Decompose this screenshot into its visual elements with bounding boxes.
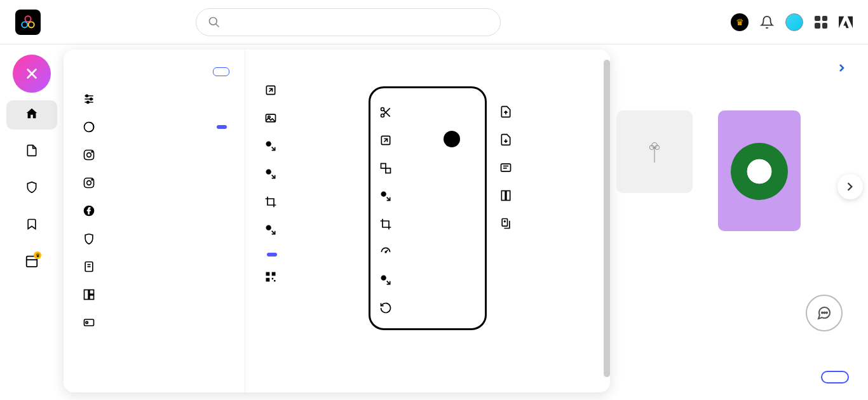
search-icon: [208, 16, 220, 29]
convert-icon: [263, 166, 278, 182]
view-all-button[interactable]: [213, 67, 229, 76]
edit-icon: [498, 160, 513, 175]
qa-convert-gif[interactable]: [376, 182, 480, 210]
shield-icon: [81, 231, 97, 246]
svg-point-12: [86, 95, 88, 97]
svg-point-65: [822, 312, 823, 314]
svg-point-52: [381, 276, 386, 281]
page-icon: [81, 259, 97, 274]
svg-point-17: [87, 153, 92, 157]
svg-rect-56: [501, 191, 505, 201]
adobe-icon[interactable]: [839, 16, 853, 29]
qa-edit-text-images[interactable]: [496, 154, 595, 182]
qa-convert-from-pdf[interactable]: [496, 126, 595, 154]
qa-convert-png[interactable]: [261, 160, 369, 188]
svg-point-2: [29, 22, 34, 27]
flower-icon: [645, 141, 664, 163]
qa-resize-image[interactable]: [261, 76, 369, 104]
app-logo[interactable]: [15, 10, 41, 35]
item-collage[interactable]: [79, 281, 229, 309]
item-from-templates[interactable]: [79, 113, 229, 141]
qa-crop-video[interactable]: [376, 210, 480, 238]
apps-grid-icon[interactable]: [815, 16, 827, 29]
view-all-link[interactable]: [616, 63, 845, 72]
logo-thumbnail: [616, 110, 693, 193]
chevron-right-icon: [839, 63, 845, 72]
combine-icon: [498, 216, 513, 231]
close-icon: [25, 67, 39, 81]
reverse-icon: [378, 300, 393, 316]
item-facebook-post[interactable]: [79, 197, 229, 225]
card-flyer[interactable]: [718, 110, 801, 240]
qa-convert-svg[interactable]: [261, 216, 369, 244]
qa-convert-mp4[interactable]: [376, 266, 480, 294]
qa-organize-pages[interactable]: [496, 182, 595, 210]
svg-point-18: [92, 151, 93, 152]
facebook-icon: [81, 203, 97, 218]
item-instagram-story[interactable]: [79, 141, 229, 169]
svg-point-34: [266, 142, 271, 147]
svg-point-51: [385, 251, 386, 253]
card-icon: [81, 315, 97, 330]
svg-point-20: [87, 181, 92, 185]
nav-projects[interactable]: [6, 137, 57, 166]
item-card[interactable]: [79, 309, 229, 337]
svg-rect-39: [266, 278, 270, 282]
qa-combine-files[interactable]: [496, 210, 595, 237]
browse-section: [616, 63, 860, 240]
item-instagram-post[interactable]: [79, 169, 229, 197]
item-flyer[interactable]: [79, 253, 229, 281]
item-custom-size[interactable]: [79, 85, 229, 113]
svg-point-21: [92, 179, 93, 180]
crop-icon: [263, 194, 278, 210]
left-sidebar: ♛: [0, 44, 64, 277]
premium-badge-icon[interactable]: ♛: [731, 13, 749, 31]
svg-rect-47: [381, 164, 386, 169]
card-logo[interactable]: [616, 110, 693, 202]
nav-libraries[interactable]: [6, 211, 57, 240]
qa-trim-video[interactable]: [376, 98, 480, 126]
user-avatar[interactable]: [785, 13, 803, 31]
qa-merge-videos[interactable]: [376, 154, 480, 182]
image-icon: [263, 110, 278, 126]
qa-change-speed[interactable]: [376, 238, 480, 266]
search-bar[interactable]: [196, 8, 501, 36]
nav-brands[interactable]: [6, 174, 57, 203]
svg-rect-48: [386, 168, 391, 173]
create-panel: [64, 50, 610, 392]
qa-remove-bg[interactable]: [261, 104, 369, 132]
nav-schedule[interactable]: ♛: [6, 248, 57, 277]
close-button[interactable]: [13, 55, 51, 93]
panel-scrollbar[interactable]: [604, 60, 610, 377]
qa-generate-qr[interactable]: [261, 263, 369, 291]
qa-reverse-video[interactable]: [376, 294, 480, 322]
svg-point-0: [25, 16, 31, 22]
svg-point-13: [90, 98, 92, 100]
nav-home[interactable]: [6, 100, 57, 130]
carousel-next-button[interactable]: [837, 174, 863, 199]
qa-resize-video[interactable]: [376, 126, 480, 154]
svg-point-3: [210, 17, 217, 25]
svg-point-30: [86, 321, 88, 323]
svg-point-43: [381, 114, 384, 117]
svg-rect-57: [506, 191, 510, 201]
svg-point-1: [22, 22, 27, 27]
search-input[interactable]: [228, 17, 489, 27]
file-icon: [25, 143, 38, 157]
qa-convert-jpg[interactable]: [261, 132, 369, 160]
item-logo[interactable]: [79, 225, 229, 253]
qa-crop-image[interactable]: [261, 188, 369, 216]
speed-icon: [378, 244, 393, 260]
notifications-icon[interactable]: [760, 15, 774, 29]
svg-point-42: [381, 108, 384, 111]
qr-heading: [261, 253, 369, 257]
sliders-icon: [81, 91, 97, 107]
feedback-button[interactable]: [806, 295, 843, 331]
cut-icon: [378, 105, 393, 120]
home-icon: [25, 107, 39, 121]
qa-convert-to-pdf[interactable]: [496, 98, 595, 126]
svg-point-49: [381, 192, 386, 197]
chevron-right-icon: [846, 182, 854, 192]
get-started-button[interactable]: [821, 371, 849, 383]
svg-rect-28: [90, 295, 94, 300]
